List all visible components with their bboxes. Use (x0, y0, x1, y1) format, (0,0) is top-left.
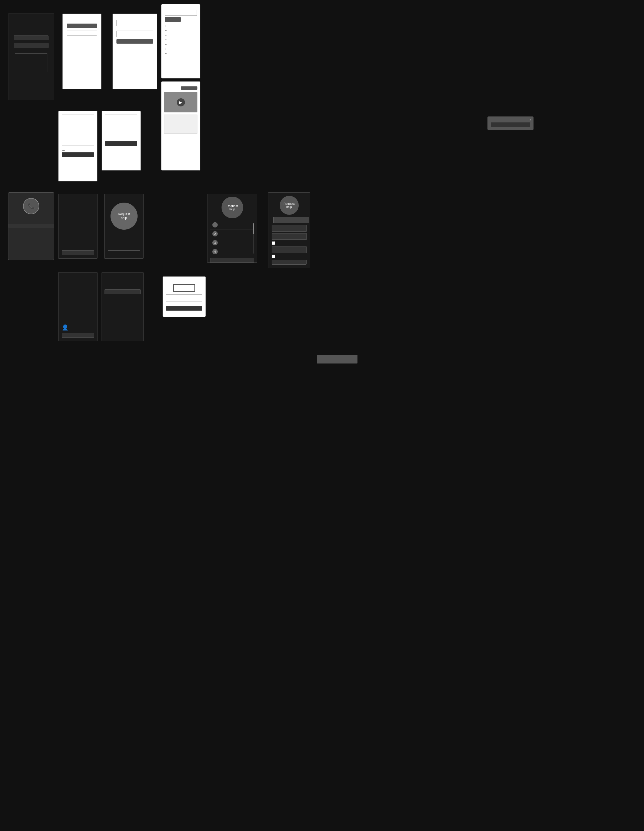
faq-image (164, 115, 197, 134)
add-checkbox-1 (272, 241, 307, 245)
add-check-2[interactable] (272, 255, 275, 258)
login-button[interactable] (14, 43, 48, 48)
helper-item-1[interactable]: 1 (210, 220, 254, 229)
return-user-home: Requesthelp (104, 194, 143, 259)
faq-tabs (164, 86, 197, 90)
return-user-request-help-button[interactable]: Requesthelp (110, 202, 138, 230)
play-icon: ▶ (177, 98, 185, 107)
add-field-2[interactable] (272, 233, 307, 240)
contact-row-3[interactable] (105, 281, 140, 284)
help-bullet-6: ✦ (165, 47, 197, 51)
add-check-1[interactable] (272, 241, 275, 245)
helper-item-2[interactable]: 2 (210, 229, 254, 238)
reg-checkbox-row (62, 147, 94, 151)
return-user-manage-contacts-button[interactable] (108, 250, 140, 255)
reg-field-4[interactable] (62, 139, 94, 145)
first-time-manage-contacts-button[interactable] (62, 250, 94, 255)
login-field-2[interactable] (105, 123, 137, 129)
ordered-request-area: Requesthelp (210, 197, 254, 218)
login-field-1[interactable] (105, 115, 137, 121)
help-screen: ✦ ✦ ✦ ✦ ✦ ✦ ✦ (161, 4, 200, 78)
helpers-list: 1 2 3 4 (210, 220, 254, 256)
first-time-helper-home: 👤 (58, 272, 97, 341)
add-checkbox-2 (272, 255, 307, 258)
first-time-helper-manage-contacts-button[interactable] (62, 333, 94, 338)
login-button-form[interactable] (105, 141, 137, 146)
add-field-1[interactable] (272, 225, 307, 232)
tab-faq[interactable] (181, 86, 198, 90)
got-it-button[interactable] (491, 123, 530, 127)
register-button[interactable] (14, 35, 48, 40)
help-bullet-4: ✦ (165, 38, 197, 42)
return-user-request-btn-area: Requesthelp (110, 202, 138, 230)
calling-screen: 📞 (8, 192, 54, 260)
list-scrollbar[interactable] (253, 223, 254, 253)
helper-button[interactable] (67, 30, 97, 35)
help-bullet-1: ✦ (165, 24, 197, 29)
welcome-screen (8, 14, 54, 100)
edit-name-input-visual (173, 284, 195, 292)
login-form-screen (102, 111, 141, 170)
help-bullet-2: ✦ (165, 29, 197, 33)
help-faq-screen: ▶ (161, 81, 200, 170)
return-helper-home (102, 272, 143, 341)
reset-confirm-input[interactable] (116, 30, 153, 37)
add-new-input[interactable] (273, 217, 309, 223)
contact-row-1[interactable] (105, 275, 140, 278)
help-bullet-7: ✦ (165, 51, 197, 56)
help-search-button[interactable] (165, 18, 181, 22)
help-bullet-3: ✦ (165, 33, 197, 38)
helper-item-3[interactable]: 3 (210, 238, 254, 247)
reset-email-input[interactable] (116, 20, 153, 26)
tooltip-order: × (487, 116, 534, 130)
welcome-logo-area (15, 53, 48, 72)
add-form-request-area: Requesthelp (272, 196, 307, 215)
edit-contact-modal (162, 276, 206, 317)
contact-row-2[interactable] (105, 278, 140, 281)
return-helper-btn-area (105, 289, 140, 294)
contact-row-4[interactable] (105, 284, 140, 287)
first-time-user-home (58, 194, 97, 259)
register-form-button[interactable] (62, 152, 94, 157)
helper-person-icon: 👤 (62, 324, 68, 331)
add-contact-form-screen: Requesthelp (268, 192, 310, 268)
add-field-3[interactable] (272, 247, 307, 253)
helpers-ordered-screen: Requesthelp 1 2 3 4 (207, 194, 257, 263)
cancel-button[interactable] (8, 224, 54, 228)
tab-help[interactable] (164, 86, 181, 90)
helper-item-4[interactable]: 4 (210, 247, 254, 256)
help-search-input[interactable] (165, 10, 197, 16)
reg-field-2[interactable] (62, 123, 94, 129)
edit-contact-input-area (166, 284, 202, 303)
add-form-request-help-button[interactable]: Requesthelp (280, 196, 299, 215)
return-helper-manage-contacts-button[interactable] (105, 289, 140, 294)
edit-contact-input[interactable] (166, 295, 202, 301)
reset-password-screen (112, 14, 157, 89)
add-button[interactable] (272, 260, 307, 264)
reg-field-3[interactable] (62, 131, 94, 137)
tooltip-close-button[interactable]: × (530, 118, 531, 122)
user-added-banner (317, 355, 358, 363)
calling-icon: 📞 (23, 198, 39, 214)
reset-password-button[interactable] (116, 39, 153, 44)
register-form-screen (58, 111, 97, 181)
help-bullet-5: ✦ (165, 42, 197, 47)
return-helper-contacts (105, 275, 140, 287)
reg-field-1[interactable] (62, 115, 94, 121)
register-as-screen (62, 14, 102, 89)
add-new-row (272, 217, 307, 223)
reg-checkbox[interactable] (62, 147, 65, 151)
user-button[interactable] (67, 24, 97, 28)
faq-video[interactable]: ▶ (164, 92, 197, 112)
edit-contact-save-button[interactable] (166, 306, 202, 311)
ordered-add-new-button[interactable] (210, 258, 254, 263)
helper-person-row: 👤 (62, 324, 94, 331)
ordered-request-help-button[interactable]: Requesthelp (221, 197, 243, 218)
login-field-3[interactable] (105, 131, 137, 137)
